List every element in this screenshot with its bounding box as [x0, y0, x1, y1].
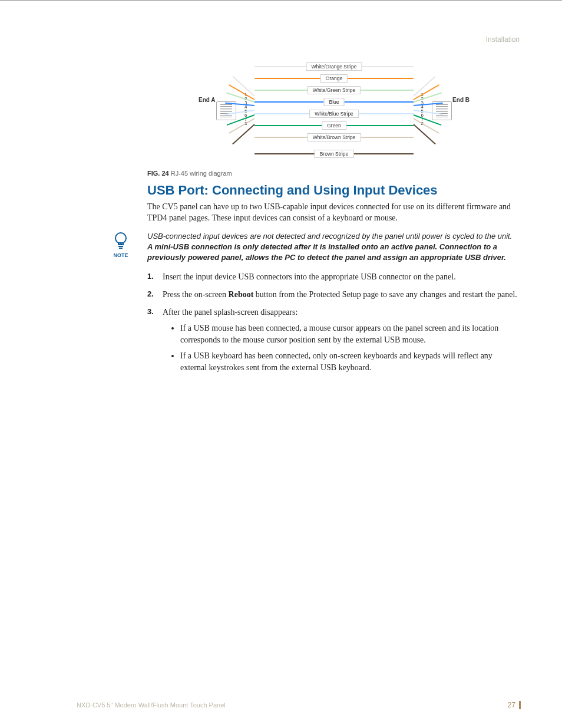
note-text: USB-connected input devices are not dete…: [138, 231, 521, 263]
wire-4: Blue: [254, 101, 414, 103]
wire-3-label: White/Green Stripe: [308, 86, 361, 94]
end-b-label: End B: [452, 97, 470, 103]
end-a-label: End A: [199, 97, 216, 103]
wire-7: White/Brown Stripe: [254, 137, 414, 138]
wire-6-label: Green: [322, 121, 346, 130]
wire-3: White/Green Stripe: [254, 90, 414, 91]
wire-4-label: Blue: [323, 98, 344, 106]
wire-7-label: White/Brown Stripe: [308, 133, 361, 141]
step-1: Insert the input device USB connectors i…: [147, 271, 521, 283]
wire-5: White/Blue Stripe: [254, 113, 414, 114]
wire-2-label: Orange: [320, 74, 348, 83]
step-3-bullet-2: If a USB keyboard has been connected, on…: [180, 350, 521, 373]
svg-point-0: [115, 233, 126, 243]
note-label: NOTE: [113, 252, 128, 258]
intro-paragraph: The CV5 panel can have up to two USB-cap…: [147, 202, 521, 224]
wire-8: Brown Stripe: [254, 153, 414, 154]
step-3: After the panel splash-screen disappears…: [147, 307, 521, 374]
page: Installation End A End B 12345678 123456…: [0, 0, 562, 728]
footer-product: NXD-CV5 5" Modero Wall/Flush Mount Touch…: [77, 701, 226, 709]
wire-box: White/Orange Stripe Orange White/Green S…: [254, 60, 414, 166]
note-icon: NOTE: [103, 231, 138, 258]
wire-1: White/Orange Stripe: [254, 66, 414, 67]
page-footer: NXD-CV5 5" Modero Wall/Flush Mount Touch…: [77, 701, 521, 709]
content-area: End A End B 12345678 12345678 White/Oran…: [147, 60, 521, 374]
pin-numbers-a: 12345678: [244, 93, 247, 126]
wire-8-label: Brown Stripe: [315, 150, 354, 158]
wire-2: Orange: [254, 78, 414, 79]
page-number: 27: [508, 701, 521, 709]
rj45-wiring-diagram: End A End B 12345678 12345678 White/Oran…: [193, 60, 475, 166]
figure-caption: FIG. 24 RJ-45 wiring diagram: [147, 170, 521, 177]
section-heading: USB Port: Connecting and Using Input Dev…: [147, 183, 521, 198]
figure-number: FIG. 24: [147, 170, 169, 177]
wire-1-label: White/Orange Stripe: [306, 62, 362, 71]
note-line-1: USB-connected input devices are not dete…: [147, 232, 512, 241]
note-line-2: A mini-USB connection is only detected a…: [147, 242, 506, 262]
header-section: Installation: [486, 35, 520, 44]
figure-caption-text: RJ-45 wiring diagram: [169, 170, 232, 177]
wire-6: Green: [254, 125, 414, 126]
step-3-bullets: If a USB mouse has been connected, a mou…: [180, 322, 521, 373]
step-3-bullet-1: If a USB mouse has been connected, a mou…: [180, 322, 521, 345]
step-2: Press the on-screen Reboot button from t…: [147, 289, 521, 301]
wire-5-label: White/Blue Stripe: [309, 110, 359, 118]
steps-list: Insert the input device USB connectors i…: [147, 271, 521, 373]
note-block: NOTE USB-connected input devices are not…: [103, 231, 521, 263]
